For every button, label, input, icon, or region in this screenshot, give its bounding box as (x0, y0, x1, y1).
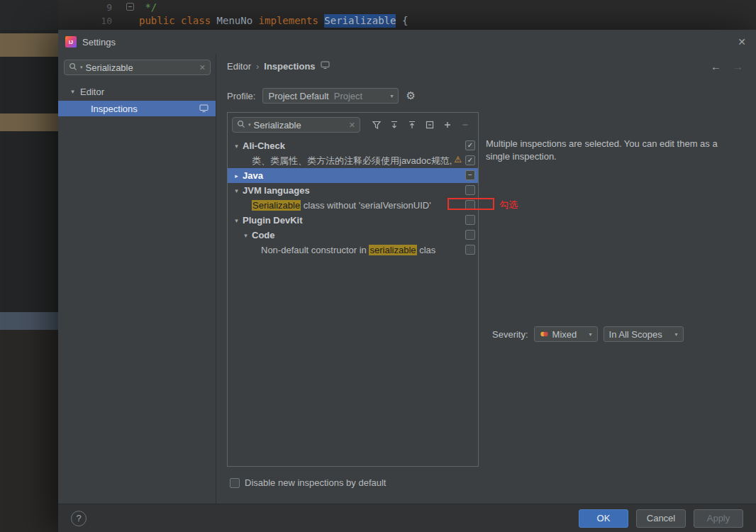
profile-hint: Project (334, 91, 362, 101)
inspections-search-input[interactable] (254, 120, 346, 131)
gear-icon[interactable]: ⚙ (406, 89, 415, 102)
search-history-caret-icon[interactable]: ▾ (248, 122, 251, 128)
expand-all-icon[interactable] (389, 120, 399, 131)
inspection-label: 类、类属性、类方法的注释必须使用javadoc规范, (252, 155, 460, 167)
inspection-checkbox[interactable]: − (465, 170, 475, 180)
checkbox-label: Disable new inspections by default (245, 477, 386, 488)
severity-label: Severity: (492, 329, 528, 340)
chevron-right-icon[interactable]: ▸ (232, 172, 241, 179)
checkbox-icon[interactable] (230, 478, 240, 488)
code-token: MenuNo (217, 14, 259, 28)
code-editor[interactable]: 9− */10public class MenuNo implements Se… (0, 0, 756, 30)
inspection-label: Serializable class without 'serialVersio… (252, 200, 460, 211)
inspection-row[interactable]: 类、类属性、类方法的注释必须使用javadoc规范,⚠✓ (228, 153, 478, 168)
detail-message: Multiple inspections are selected. You c… (486, 138, 730, 162)
add-icon[interactable] (442, 120, 452, 131)
inspection-row[interactable]: Non-default constructor in serializable … (228, 243, 478, 257)
red-annotation-text: 勾选 (499, 199, 518, 211)
inspection-row[interactable]: ▾Plugin DevKit (228, 213, 478, 228)
code-token: */ (139, 1, 157, 14)
ok-button[interactable]: OK (579, 509, 628, 528)
filter-icon[interactable] (371, 120, 382, 131)
inspection-row[interactable]: ▾Ali-Check✓ (228, 138, 478, 153)
dialog-titlebar[interactable]: IJ Settings ✕ (58, 30, 756, 54)
settings-dialog: IJ Settings ✕ ▾ ✕ ▾ Editor Inspections (58, 30, 756, 532)
inspections-panel: ▾ ✕ ▾Ali-Check✓类、类属性、类方法的注释必须使用javadoc规范… (227, 112, 479, 467)
inspection-row[interactable]: ▾JVM languages (228, 183, 478, 198)
group-by-icon[interactable] (424, 120, 435, 131)
inspection-checkbox[interactable]: ✓ (465, 155, 475, 165)
profile-row: Profile: Project Default Project ▾ ⚙ (227, 88, 416, 104)
inspection-label: Ali-Check (243, 140, 460, 151)
scope-dropdown[interactable]: In All Scopes ▾ (604, 326, 684, 342)
project-panel-bg (0, 330, 58, 532)
line-number: 10 (79, 14, 112, 28)
chevron-down-icon: ▾ (386, 93, 393, 99)
sidebar-search[interactable]: ▾ ✕ (64, 60, 211, 75)
sidebar-item-label: Editor (80, 87, 104, 97)
close-icon[interactable]: ✕ (738, 36, 746, 48)
scope-value: In All Scopes (609, 329, 662, 340)
inspections-search[interactable]: ▾ ✕ (232, 117, 360, 133)
collapse-all-icon[interactable] (406, 120, 417, 131)
inspection-label: Code (252, 230, 460, 240)
help-button[interactable]: ? (71, 511, 87, 526)
editor-lines: 9− */10public class MenuNo implements Se… (79, 1, 408, 28)
project-panel-highlight (0, 33, 58, 57)
intellij-logo-icon: IJ (65, 36, 77, 48)
back-arrow-icon[interactable]: ← (711, 60, 721, 72)
disable-new-inspections-checkbox[interactable]: Disable new inspections by default (230, 477, 386, 488)
inspection-row[interactable]: ▸Java− (228, 168, 478, 183)
breadcrumb-editor[interactable]: Editor (227, 61, 251, 72)
sidebar-search-input[interactable] (86, 62, 196, 73)
remove-icon (460, 120, 470, 131)
sidebar-item-editor[interactable]: ▾ Editor (58, 84, 216, 99)
severity-dropdown[interactable]: Mixed ▾ (534, 326, 598, 342)
chevron-down-icon[interactable]: ▾ (68, 88, 77, 95)
chevron-down-icon[interactable]: ▾ (232, 217, 241, 224)
inspection-checkbox[interactable] (465, 185, 475, 195)
chevron-down-icon[interactable]: ▾ (232, 187, 241, 194)
profile-dropdown[interactable]: Project Default Project ▾ (262, 88, 399, 104)
clear-search-icon[interactable]: ✕ (349, 121, 355, 130)
search-icon (69, 61, 77, 74)
mixed-severity-icon (540, 330, 549, 338)
breadcrumb-inspections[interactable]: Inspections (264, 61, 315, 72)
cancel-button[interactable]: Cancel (636, 509, 686, 528)
sidebar-item-inspections[interactable]: Inspections (58, 101, 216, 116)
red-annotation-box (448, 198, 494, 210)
inspection-checkbox[interactable]: ✓ (465, 140, 475, 150)
project-panel-highlight (0, 113, 58, 131)
apply-button[interactable]: Apply (694, 509, 743, 528)
inspection-label: Java (243, 170, 460, 181)
chevron-down-icon: ▾ (585, 331, 592, 338)
monitor-icon (321, 61, 330, 72)
inspection-row[interactable]: ▾Code (228, 228, 478, 243)
profile-label: Profile: (227, 91, 255, 101)
code-token: public class (139, 14, 217, 28)
dialog-title: Settings (82, 37, 116, 48)
severity-value: Mixed (552, 329, 577, 340)
inspection-checkbox[interactable] (465, 215, 475, 225)
fold-marker-icon[interactable]: − (112, 1, 139, 14)
chevron-down-icon: ▾ (671, 331, 678, 338)
line-number: 9 (79, 1, 112, 14)
chevron-down-icon[interactable]: ▾ (232, 143, 241, 150)
inspection-tree: ▾Ali-Check✓类、类属性、类方法的注释必须使用javadoc规范,⚠✓▸… (228, 138, 478, 257)
sidebar-item-label: Inspections (91, 104, 138, 114)
forward-arrow-icon[interactable]: → (733, 60, 743, 72)
monitor-icon (199, 104, 209, 115)
project-panel-selection (0, 312, 58, 330)
settings-main: Editor › Inspections ← → Profile: Projec… (216, 54, 756, 504)
dialog-button-bar: ? OK Cancel Apply (58, 504, 756, 532)
clear-search-icon[interactable]: ✕ (199, 63, 206, 72)
profile-value: Project Default (268, 91, 328, 101)
inspection-row[interactable]: Serializable class without 'serialVersio… (228, 198, 478, 213)
inspection-checkbox[interactable] (465, 230, 475, 240)
breadcrumb: Editor › Inspections (227, 61, 330, 72)
breadcrumb-separator: › (256, 61, 259, 72)
search-history-caret-icon[interactable]: ▾ (80, 65, 83, 70)
chevron-down-icon[interactable]: ▾ (241, 232, 250, 239)
editor-gutter-bg (0, 0, 58, 30)
inspection-checkbox[interactable] (465, 245, 475, 255)
